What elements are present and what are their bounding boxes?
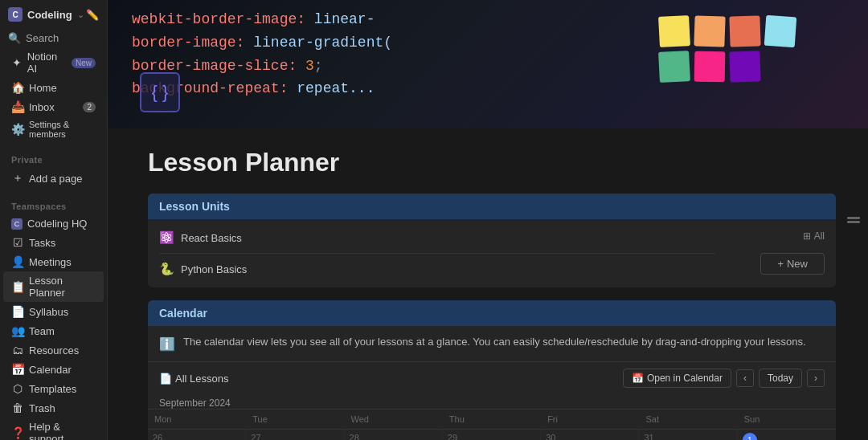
cal-prev-button[interactable]: ‹	[736, 369, 754, 387]
sidebar-item-team[interactable]: 👥 Team	[3, 321, 104, 340]
sidebar-item-trash[interactable]: 🗑 Trash	[3, 398, 104, 418]
tasks-icon: ☑	[11, 236, 24, 249]
notion-ai-badge: New	[72, 58, 96, 68]
date-31: 31	[644, 433, 731, 440]
lesson-units-label: Lesson Units	[159, 200, 230, 213]
search-icon: 🔍	[8, 32, 21, 44]
lesson-item-python[interactable]: 🐍 Python Basics	[159, 257, 715, 281]
all-lessons-link[interactable]: 📄 All Lessons	[159, 373, 228, 385]
sticky-note-green	[658, 51, 690, 83]
sidebar-item-tasks[interactable]: ☑ Tasks	[3, 233, 104, 252]
info-icon: ℹ️	[159, 336, 175, 352]
sidebar-item-meetings[interactable]: 👤 Meetings	[3, 252, 104, 271]
calendar-info-text: The calendar view lets you see all of yo…	[183, 336, 806, 348]
lesson-list: ⚛️ React Basics 🐍 Python Basics	[159, 226, 715, 281]
hero-code-background: webkit-border-image: linear- border-imag…	[108, 0, 868, 128]
private-section-label: Private	[0, 149, 107, 168]
cal-cell-28[interactable]: 28	[345, 430, 443, 440]
arrow-left-icon: ‹	[743, 373, 747, 384]
open-in-calendar-button[interactable]: 📅 Open in Calendar	[623, 369, 731, 388]
sidebar-item-templates[interactable]: ⬡ Templates	[3, 379, 104, 398]
sidebar-item-lesson-planner[interactable]: 📋 Lesson Planner	[3, 271, 104, 302]
sticky-note-yellow	[658, 15, 690, 47]
cal-cell-29[interactable]: 29	[443, 430, 541, 440]
hero-logo: { }	[140, 72, 180, 112]
cal-cell-27[interactable]: 27	[246, 430, 344, 440]
sidebar-item-resources[interactable]: 🗂 Resources	[3, 340, 104, 360]
lesson-divider	[159, 253, 715, 254]
date-26: 26	[153, 433, 240, 440]
help-label: Help & support	[29, 421, 96, 440]
home-label: Home	[29, 82, 57, 94]
hamburger-line-2	[847, 222, 860, 223]
open-calendar-label: Open in Calendar	[647, 373, 723, 384]
sidebar-item-add-page[interactable]: ＋ Add a page	[3, 168, 104, 189]
sidebar-item-notion-ai[interactable]: ✦ Notion AI New	[3, 47, 104, 78]
lesson-units-body: ⚛️ React Basics 🐍 Python Basics	[148, 219, 836, 287]
all-label: All	[814, 230, 825, 242]
cal-cell-26[interactable]: 26	[148, 430, 246, 440]
calendar-toolbar: 📄 All Lessons 📅 Open in Calendar ‹ Today	[148, 361, 836, 394]
team-label: Team	[29, 325, 55, 337]
workspace-header[interactable]: C Codeling ⌄ ✏️	[0, 0, 107, 29]
meetings-label: Meetings	[29, 256, 72, 268]
cal-cell-sep1[interactable]: 1 Sep	[738, 430, 836, 440]
grid-icon: ⊞	[803, 230, 811, 242]
sidebar-item-calendar[interactable]: 📅 Calendar	[3, 360, 104, 379]
day-wed: Wed	[345, 409, 443, 429]
workspace-name: Codeling	[27, 9, 72, 21]
sidebar: C Codeling ⌄ ✏️ 🔍 Search ✦ Notion AI New…	[0, 0, 108, 440]
day-tue: Tue	[246, 409, 344, 429]
page-body: Lesson Planner Lesson Units ⚛️ React Bas…	[108, 128, 868, 440]
resources-icon: 🗂	[11, 344, 24, 356]
sidebar-item-inbox[interactable]: 📥 Inbox 2	[3, 97, 104, 116]
sidebar-item-help[interactable]: ❓ Help & support	[3, 418, 104, 440]
meetings-icon: 👤	[11, 255, 24, 268]
today-button[interactable]: Today	[759, 369, 802, 388]
date-29: 29	[448, 433, 535, 440]
calendar-section-header: Calendar	[148, 300, 836, 326]
sidebar-item-codeling-hq[interactable]: C Codeling HQ	[3, 214, 104, 233]
day-thu: Thu	[443, 409, 541, 429]
date-sep1: 1	[743, 433, 757, 440]
sticky-note-pink	[694, 51, 726, 83]
calendar-grid: Mon Tue Wed Thu Fri Sat Sun 26 27 28 29 …	[148, 409, 836, 440]
codeling-hq-label: Codeling HQ	[27, 218, 87, 230]
sidebar-item-syllabus[interactable]: 📄 Syllabus	[3, 302, 104, 321]
templates-label: Templates	[29, 383, 76, 395]
new-label: New	[787, 258, 808, 270]
settings-label: Settings & members	[29, 120, 96, 139]
plus-icon: +	[777, 258, 784, 270]
lesson-units-block: Lesson Units ⚛️ React Basics 🐍	[148, 194, 836, 287]
calendar-navigation: 📅 Open in Calendar ‹ Today ›	[623, 369, 825, 388]
sticky-note-red	[729, 15, 760, 47]
python-icon: 🐍	[159, 262, 174, 276]
inbox-label: Inbox	[29, 101, 55, 113]
teamspaces-section-label: Teamspaces	[0, 195, 107, 214]
search-button[interactable]: 🔍 Search	[0, 29, 107, 47]
lesson-item-react[interactable]: ⚛️ React Basics	[159, 226, 715, 250]
workspace-info: C Codeling ⌄	[8, 7, 84, 22]
all-filter-button[interactable]: ⊞ All	[803, 226, 825, 246]
cal-cell-30[interactable]: 30	[541, 430, 639, 440]
day-fri: Fri	[541, 409, 639, 429]
add-icon: ＋	[11, 171, 24, 185]
sidebar-item-settings[interactable]: ⚙️ Settings & members	[3, 116, 104, 142]
date-30: 30	[546, 433, 633, 440]
cal-next-button[interactable]: ›	[807, 369, 825, 387]
arrow-right-icon: ›	[814, 373, 817, 384]
cal-cell-31[interactable]: 31	[639, 430, 737, 440]
hamburger-menu[interactable]	[847, 218, 860, 223]
sidebar-item-home[interactable]: 🏠 Home	[3, 78, 104, 97]
month-label: September 2024	[148, 394, 836, 409]
new-lesson-button[interactable]: + New	[760, 253, 825, 275]
trash-icon: 🗑	[11, 401, 24, 414]
home-icon: 🏠	[11, 81, 24, 94]
all-lessons-label: All Lessons	[175, 373, 228, 385]
calendar-info-row: ℹ️ The calendar view lets you see all of…	[148, 326, 836, 361]
sticky-notes-decoration	[659, 16, 820, 82]
date-27: 27	[251, 433, 338, 440]
hero-banner: webkit-border-image: linear- border-imag…	[108, 0, 868, 128]
add-page-label: Add a page	[29, 173, 83, 185]
new-page-icon[interactable]: ✏️	[84, 6, 100, 22]
